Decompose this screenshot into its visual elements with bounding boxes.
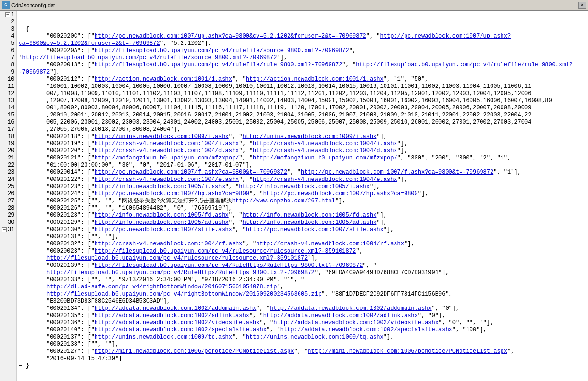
url-link[interactable]: http://addata.newadblock.com:1002/specia… (95, 327, 267, 333)
url-link[interactable]: http://filesupload.b0.upaiyun.com/pc_v4/… (46, 269, 315, 276)
line-number: 12 (2, 90, 14, 97)
line-number: 17 (2, 126, 14, 133)
code-line[interactable]: "00020014": ["http://pc.newadblock.com:1… (19, 169, 586, 176)
line-number: 23 (2, 169, 14, 176)
url-link[interactable]: http://crash-v4.newadblock.com:1004/i.as… (95, 140, 239, 147)
url-link[interactable]: http://action.newadblock.com:1001/i.ashx (246, 76, 384, 83)
code-line[interactable]: "0002020C": ["http://pc.newadblock.com:1… (19, 33, 586, 47)
code-line[interactable]: "00020124": ["http://pc.newadblock.com:1… (19, 190, 586, 198)
url-link[interactable]: http://unins.newadblock.com:1009/i.ashx (243, 133, 377, 140)
url-link[interactable]: http://pc.newadblock.com:1007/sfile.ashx (95, 226, 232, 233)
code-line[interactable]: "0002020A": ["http://filesupload.b0.upai… (19, 47, 586, 62)
line-number: 27 (2, 198, 14, 205)
url-link[interactable]: http://crash-v4.newadblock.com:1004/e.as… (253, 176, 397, 183)
line-number: 18 (2, 133, 14, 140)
line-number: 15 (2, 112, 14, 119)
code-line[interactable]: "00020140": ["http://addata.newadblock.c… (19, 327, 586, 334)
code-line[interactable]: "00020119": ["http://crash-v4.newadblock… (19, 140, 586, 148)
line-number: 21 (2, 155, 14, 162)
url-link[interactable]: http://addata.newadblock.com:1002/specia… (280, 327, 452, 333)
url-link[interactable]: http://action.newadblock.com:1001/i.ashx (95, 76, 232, 83)
code-line[interactable]: — { (19, 26, 586, 33)
url-link[interactable]: http://filesupload.b0.upaiyun.com/pc_v4/… (95, 47, 349, 54)
code-line[interactable]: "00020013": ["http://filesupload.b0.upai… (19, 62, 586, 76)
url-link[interactable]: http://mofangzixun.b0.upaiyun.com/mfzxpo… (95, 155, 239, 161)
line-number: 8 (2, 62, 14, 69)
line-number: 20 (2, 148, 14, 155)
line-number: 7 (2, 54, 14, 62)
url-link[interactable]: http://pc.newadblock.com:1007/f.ashx?ca=… (301, 169, 493, 176)
code-line[interactable]: "00020138": ["", ""], (19, 341, 586, 348)
url-link[interactable]: http://info.newadblock.com:1005/ad.ashx (243, 219, 377, 226)
url-link[interactable]: http://filesupload.b0.upaiyun.com/pc_v4/… (46, 291, 321, 297)
code-line[interactable]: "00020112": ["http://action.newadblock.c… (19, 76, 586, 133)
url-link[interactable]: http://filesupload.b0.upaiyun.com/pc_v4/… (46, 255, 308, 262)
url-link[interactable]: http://addata.newadblock.com:1002/addoma… (270, 305, 431, 312)
code-line[interactable]: "00020135": ["http://addata.newadblock.c… (19, 312, 586, 319)
code-line[interactable]: "00020133": ["", "", "9/13/2016 2:34:00 … (19, 276, 586, 305)
url-link[interactable]: http://unins.newadblock.com:1009/tq.ashx (246, 334, 384, 340)
url-link[interactable]: http://crash-v4.newadblock.com:1004/e.as… (95, 176, 239, 183)
close-button[interactable]: × (578, 2, 586, 9)
url-link[interactable]: http://info.newadblock.com:1005/fd.ashx (95, 212, 229, 219)
code-line[interactable]: "00020123": ["http://info.newadblock.com… (19, 183, 586, 190)
url-link[interactable]: http://addata.newadblock.com:1002/adlink… (263, 312, 418, 319)
url-link[interactable]: http://crash-v4.newadblock.com:1004/d.as… (253, 148, 397, 154)
line-number: 30 (2, 219, 14, 226)
collapse-icon[interactable]: — (2, 227, 7, 232)
title-bar: C CdnJsonconfig.dat × (0, 0, 588, 11)
line-number: 25 (2, 183, 14, 190)
url-link[interactable]: http://filesupload.b0.upaiyun.com/pc_v4/… (95, 248, 356, 254)
code-line[interactable]: "00020134": ["http://addata.newadblock.c… (19, 305, 586, 312)
code-line[interactable]: "00020126": ["", "", "160654894482", "0"… (19, 205, 586, 212)
url-link[interactable]: http://crash-v4.newadblock.com:1004/rf.a… (95, 241, 243, 247)
url-link[interactable]: http://pc.newadblock.com:1007/up.ashx?ca… (95, 33, 366, 40)
url-link[interactable]: http://pc.newadblock.com:1007/sfile.ashx (246, 226, 384, 233)
url-link[interactable]: http://mofangzixun.b0.upaiyun.com/mfzxpo… (253, 155, 397, 161)
url-link[interactable]: http://mini.newadblock.com:1006/pcnotice… (308, 348, 507, 355)
url-link[interactable]: http://pc.newadblock.com:1007/hp.ashx?ca… (263, 190, 418, 197)
url-link[interactable]: http://info.newadblock.com:1005/fd.ashx (243, 212, 377, 219)
line-number: 5 (2, 40, 14, 47)
code-line[interactable]: "00020118": ["http://unins.newadblock.co… (19, 133, 586, 140)
code-line[interactable]: "00020137": ["http://unins.newadblock.co… (19, 334, 586, 341)
url-link[interactable]: http://dl.ad-safe.com/pc_v4/rightBottomW… (46, 284, 277, 290)
url-link[interactable]: http://filesupload.b0.upaiyun.com/pc_v4/… (95, 62, 342, 68)
code-line[interactable]: "00020127": ["http://mini.newadblock.com… (19, 348, 586, 362)
code-line[interactable]: "00020121": ["http://mofangzixun.b0.upai… (19, 155, 586, 169)
url-link[interactable]: http://crash-v4.newadblock.com:1004/i.as… (253, 140, 397, 147)
url-link[interactable]: http://addata.newadblock.com:1002/videos… (95, 319, 260, 326)
code-line[interactable]: — } (19, 362, 586, 370)
code-line[interactable]: "00020125": ["", "", "网银登录失败?火狐无法打开?点击查看… (19, 198, 586, 205)
url-link[interactable]: http://filesupload.b0.upaiyun.com/pc_v4/… (95, 262, 363, 269)
code-area[interactable]: — { "0002020C": ["http://pc.newadblock.c… (17, 11, 588, 381)
url-link[interactable]: http://mini.newadblock.com:1006/pcnotice… (95, 348, 294, 355)
code-line[interactable]: "00020131": ["", ""], (19, 233, 586, 241)
url-link[interactable]: http://info.newadblock.com:1005/ad.ashx (95, 219, 229, 226)
code-line[interactable]: "00020139": ["http://filesupload.b0.upai… (19, 262, 586, 276)
code-line[interactable]: "00020136": ["http://addata.newadblock.c… (19, 319, 586, 327)
url-link[interactable]: http://pc.newadblock.com:1007/f.ashx?ca=… (95, 169, 287, 176)
url-link[interactable]: http://filesupload.b0.upaiyun.com/pc_v4/… (22, 54, 277, 61)
code-line[interactable]: "00020120": ["http://crash-v4.newadblock… (19, 148, 586, 155)
code-line[interactable]: "00020122": ["http://crash-v4.newadblock… (19, 176, 586, 183)
url-link[interactable]: http://addata.newadblock.com:1002/addoma… (95, 305, 256, 312)
collapse-icon[interactable]: — (5, 12, 10, 17)
code-line[interactable]: "00020023": ["http://filesupload.b0.upai… (19, 248, 586, 262)
url-link[interactable]: http://crash-v4.newadblock.com:1004/rf.a… (256, 241, 404, 247)
url-link[interactable]: http://info.newadblock.com:1005/i.ashx (95, 183, 225, 190)
line-number: 22 (2, 162, 14, 169)
url-link[interactable]: http://unins.newadblock.com:1009/tq.ashx (95, 334, 232, 340)
code-line[interactable]: "00020130": ["http://pc.newadblock.com:1… (19, 226, 586, 233)
line-number: 2 (2, 19, 14, 26)
url-link[interactable]: http://unins.newadblock.com:1009/i.ashx (95, 133, 229, 140)
url-link[interactable]: http://addata.newadblock.com:1002/videos… (273, 319, 438, 326)
code-line[interactable]: "00020128": ["http://info.newadblock.com… (19, 212, 586, 219)
url-link[interactable]: http://crash-v4.newadblock.com:1004/d.as… (95, 148, 239, 154)
code-line[interactable]: "00020132": ["http://crash-v4.newadblock… (19, 241, 586, 248)
code-line[interactable]: "00020129": ["http://info.newadblock.com… (19, 219, 586, 226)
url-link[interactable]: http://pc.newadblock.com:1007/hp.ashx?ca… (95, 190, 249, 197)
url-link[interactable]: http://addata.newadblock.com:1002/adlink… (95, 312, 249, 319)
url-link[interactable]: http://info.newadblock.com:1005/i.ashx (239, 183, 370, 190)
url-link[interactable]: http://www.cnpzhe.com/267.html (232, 198, 335, 204)
